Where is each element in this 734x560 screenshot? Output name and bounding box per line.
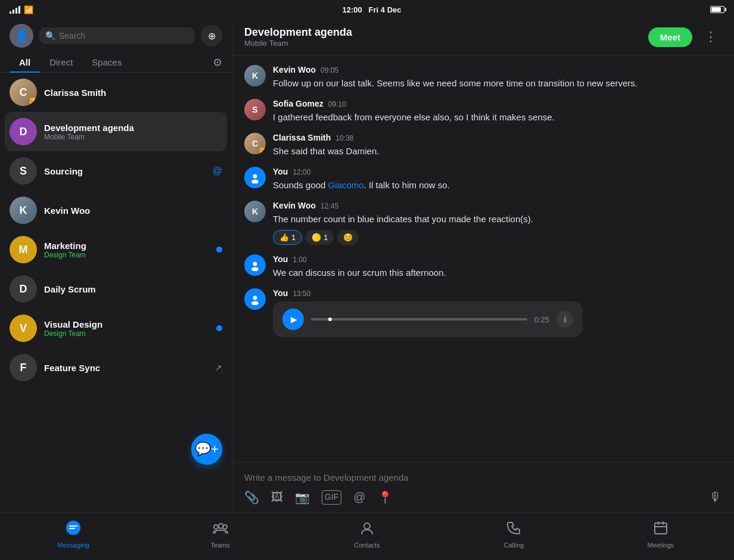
new-chat-icon: 💬+	[195, 441, 219, 457]
reaction-thumbsup[interactable]: 👍 1	[273, 230, 302, 245]
tab-direct[interactable]: Direct	[40, 52, 82, 72]
sidebar-header: 👤 🔍 ⊕	[0, 19, 232, 48]
chat-subtitle: Mobile Team	[244, 39, 641, 48]
conv-name-daily-scrum: Daily Scrum	[44, 284, 222, 294]
compose-button[interactable]: ⊕	[201, 25, 222, 46]
wifi-icon: 📶	[24, 5, 33, 14]
msg-time-3: 12:00	[293, 168, 310, 176]
search-icon: 🔍	[45, 31, 55, 41]
msg-content-2: Clarissa Smith 10:38 She said that was D…	[273, 133, 722, 157]
conv-name-sourcing: Sourcing	[44, 166, 206, 176]
filter-button[interactable]: ⚙	[213, 56, 222, 69]
msg-avatar-kevin-2: K	[244, 201, 266, 222]
audio-track[interactable]	[311, 318, 527, 321]
conv-meta-marketing	[216, 247, 222, 253]
tab-all[interactable]: All	[10, 52, 40, 72]
contacts-icon	[359, 520, 375, 539]
gif-button[interactable]: GIF	[322, 490, 341, 505]
bottom-nav: Messaging Teams Contacts Calling Meeting…	[0, 512, 734, 560]
msg-time-5: 1:00	[293, 256, 306, 264]
svg-point-1	[253, 175, 257, 179]
conv-item-marketing[interactable]: M Marketing Design Team	[0, 230, 232, 269]
play-button[interactable]: ▶	[282, 309, 304, 330]
mention-giacomo: Giacomo	[328, 180, 364, 190]
battery-icon	[710, 6, 724, 13]
tabs-row: All Direct Spaces ⚙	[0, 48, 232, 73]
conv-item-kevin[interactable]: K Kevin Woo	[0, 191, 232, 230]
search-bar[interactable]: 🔍	[39, 27, 195, 44]
conv-name-kevin: Kevin Woo	[44, 206, 222, 216]
meet-button[interactable]: Meet	[648, 27, 692, 47]
conv-meta-visual-design	[216, 325, 222, 331]
location-button[interactable]: 📍	[378, 490, 393, 505]
nav-calling[interactable]: Calling	[493, 520, 534, 549]
conv-item-feature-sync[interactable]: F Feature Sync ↗	[0, 348, 232, 387]
msg-avatar-kevin-1: K	[244, 65, 266, 86]
msg-time-4: 12:45	[321, 202, 338, 210]
msg-sender-0: Kevin Woo	[273, 65, 316, 74]
conv-item-dev-agenda[interactable]: D Development agenda Mobile Team	[5, 112, 227, 151]
user-avatar[interactable]: 👤	[10, 24, 33, 48]
mention-badge-sourcing: @	[213, 166, 222, 176]
nav-messaging[interactable]: Messaging	[52, 520, 94, 549]
more-options-button[interactable]: ⋮	[699, 27, 722, 47]
meetings-icon	[653, 520, 668, 539]
image-button[interactable]: 🖼	[271, 490, 283, 505]
conv-item-daily-scrum[interactable]: D Daily Scrum	[0, 269, 232, 309]
new-chat-button[interactable]: 💬+	[191, 434, 222, 465]
msg-header-4: Kevin Woo 12:45	[273, 201, 722, 210]
message-input[interactable]	[244, 470, 722, 490]
nav-contacts[interactable]: Contacts	[346, 520, 388, 549]
nav-teams[interactable]: Teams	[200, 520, 241, 549]
conv-meta-feature-sync: ↗	[215, 363, 222, 372]
conv-name-feature-sync: Feature Sync	[44, 363, 208, 373]
status-bar: 📶 12:00 Fri 4 Dec	[0, 0, 734, 19]
conv-sub-dev-agenda: Mobile Team	[44, 133, 222, 141]
conv-info-visual-design: Visual Design Design Team	[44, 319, 209, 338]
sidebar: 👤 🔍 ⊕ All Direct Spaces ⚙ C 📦	[0, 19, 232, 512]
conv-info-clarissa: Clarissa Smith	[44, 88, 222, 98]
conv-info-dev-agenda: Development agenda Mobile Team	[44, 123, 222, 141]
audio-info-button[interactable]: ℹ	[556, 311, 573, 328]
search-input[interactable]	[59, 31, 189, 41]
reactions-row: 👍 1 🟡 1 😊	[273, 230, 722, 245]
msg-avatar-self-3	[244, 288, 266, 310]
audio-message: ▶ 0:25 ℹ	[273, 301, 583, 337]
msg-time-6: 13:50	[293, 290, 310, 298]
conv-item-visual-design[interactable]: V Visual Design Design Team	[0, 309, 232, 348]
orange-badge: 📦	[30, 98, 37, 106]
conv-info-feature-sync: Feature Sync	[44, 363, 208, 373]
conv-info-kevin: Kevin Woo	[44, 206, 222, 216]
message-row-2: C Clarissa Smith 10:38 She said that was…	[244, 133, 722, 157]
microphone-button[interactable]: 🎙	[709, 490, 722, 505]
conv-meta-sourcing: @	[213, 166, 222, 176]
conv-item-clarissa[interactable]: C 📦 Clarissa Smith	[0, 73, 232, 112]
camera-button[interactable]: 📷	[295, 490, 310, 505]
reaction-yellow[interactable]: 🟡 1	[306, 230, 334, 245]
msg-content-0: Kevin Woo 09:05 Follow up on our last ta…	[273, 65, 722, 89]
nav-label-calling: Calling	[504, 542, 524, 549]
reaction-smile[interactable]: 😊	[337, 230, 359, 245]
messaging-icon	[66, 520, 81, 539]
tab-spaces[interactable]: Spaces	[82, 52, 131, 72]
conv-name-visual-design: Visual Design	[44, 319, 209, 329]
message-input-area: 📎 🖼 📷 GIF @ 📍 🎙	[232, 462, 734, 512]
attachment-button[interactable]: 📎	[244, 490, 259, 505]
nav-meetings[interactable]: Meetings	[640, 520, 682, 549]
message-row-1: S Sofia Gomez 09:10 I gathered feedback …	[244, 99, 722, 123]
message-row-6: You 13:50 ▶ 0:25 ℹ	[244, 288, 722, 337]
conv-name-dev-agenda: Development agenda	[44, 123, 222, 133]
msg-header-5: You 1:00	[273, 254, 722, 264]
conv-name-clarissa: Clarissa Smith	[44, 88, 222, 98]
msg-text-4: The number count in blue indicates that …	[273, 213, 722, 225]
conv-avatar-marketing: M	[10, 236, 37, 263]
conv-item-sourcing[interactable]: S Sourcing @	[0, 151, 232, 191]
signal-icon	[10, 6, 20, 14]
msg-header-3: You 12:00	[273, 167, 722, 176]
msg-avatar-self-2	[244, 254, 266, 276]
mention-button[interactable]: @	[353, 490, 365, 505]
conv-name-marketing: Marketing	[44, 241, 209, 251]
msg-time-2: 10:38	[335, 134, 353, 142]
message-row-4: K Kevin Woo 12:45 The number count in bl…	[244, 201, 722, 245]
reaction-count-2: 1	[324, 233, 328, 242]
